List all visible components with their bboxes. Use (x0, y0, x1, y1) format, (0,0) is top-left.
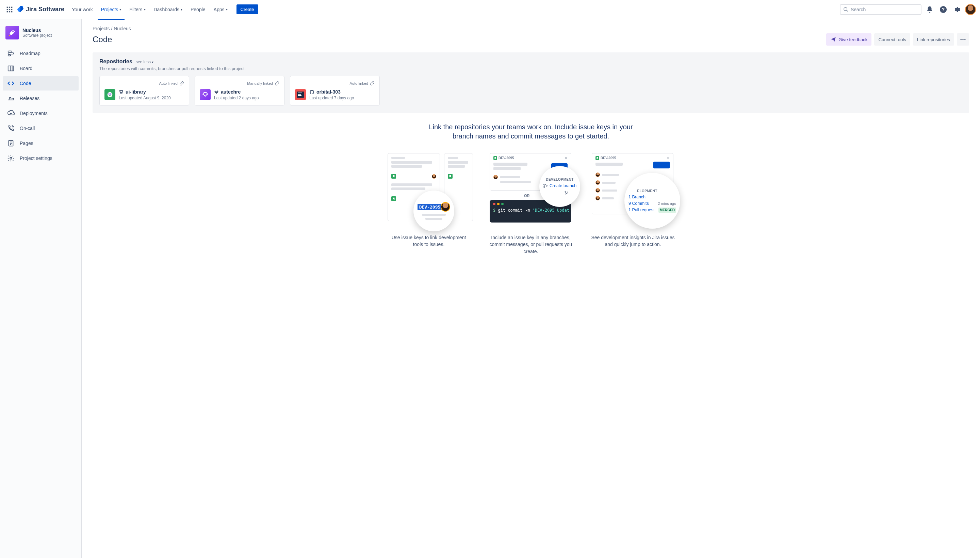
svg-point-9 (844, 8, 847, 11)
settings-icon[interactable] (951, 4, 962, 15)
repo-updated: Last updated 2 days ago (214, 95, 259, 100)
svg-rect-2 (11, 7, 12, 8)
project-subtitle: Software project (23, 33, 52, 38)
deployments-icon (7, 109, 15, 117)
illustration-issue-keys: DEV-2095 Use issue keys to link developm… (386, 151, 471, 255)
page-title: Code (92, 35, 112, 44)
sidebar-item-pages[interactable]: Pages (3, 136, 79, 150)
help-icon[interactable]: ? (938, 4, 949, 15)
link-type-label: Auto linked (159, 81, 177, 85)
nav-dashboards[interactable]: Dashboards▾ (150, 5, 186, 14)
svg-rect-0 (7, 7, 8, 8)
svg-rect-1 (9, 7, 10, 8)
link-icon (179, 81, 184, 86)
svg-point-34 (544, 186, 545, 187)
repo-avatar-icon (200, 89, 211, 100)
repositories-panel: Repositories see less ▾ The repositories… (92, 53, 969, 113)
project-name: Nucleus (23, 28, 52, 33)
create-button[interactable]: Create (236, 5, 258, 14)
more-actions-button[interactable] (957, 33, 969, 46)
repo-card[interactable]: Auto linked orbital-303 Last updated 7 d… (290, 76, 380, 105)
see-less-toggle[interactable]: see less ▾ (136, 59, 153, 64)
svg-rect-8 (11, 11, 12, 12)
sidebar-item-releases[interactable]: Releases (3, 91, 79, 105)
svg-line-10 (847, 10, 848, 11)
nav-apps[interactable]: Apps▾ (210, 5, 231, 14)
board-icon (7, 64, 15, 72)
jira-logo[interactable]: Jira Software (16, 5, 64, 14)
project-sidebar: Nucleus Software project Roadmap Board C… (0, 19, 82, 558)
sidebar-item-oncall[interactable]: On-call (3, 121, 79, 135)
link-icon (370, 81, 375, 86)
svg-rect-4 (9, 8, 10, 10)
repositories-description: The repositories with commits, branches … (99, 66, 962, 71)
illustration-dev-insights: DEV-2095 ⋯ ✕ ELOPMENT 1 Branch 9 Com (590, 151, 675, 255)
svg-point-26 (960, 39, 962, 40)
github-icon (309, 89, 314, 95)
svg-point-29 (108, 92, 113, 97)
bitbucket-icon (119, 89, 123, 94)
svg-rect-3 (7, 8, 8, 10)
project-icon (5, 26, 19, 39)
repo-avatar-icon (295, 89, 306, 100)
repo-updated: Last updated August 9, 2020 (119, 95, 171, 100)
nav-projects[interactable]: Projects▾ (98, 5, 125, 14)
nav-your-work[interactable]: Your work (68, 5, 96, 14)
svg-rect-16 (8, 53, 14, 54)
svg-point-30 (108, 93, 110, 95)
nav-people[interactable]: People (187, 5, 209, 14)
svg-point-33 (544, 184, 545, 185)
breadcrumb[interactable]: Projects / Nucleus (92, 26, 969, 31)
svg-point-13 (12, 31, 14, 32)
sidebar-item-deployments[interactable]: Deployments (3, 106, 79, 120)
svg-rect-7 (9, 11, 10, 12)
link-repositories-button[interactable]: Link repositories (913, 33, 954, 46)
oncall-icon (7, 124, 15, 132)
svg-rect-5 (11, 8, 12, 10)
repo-card[interactable]: Auto linked ui-library Last updated Augu… (99, 76, 189, 105)
main-content: Projects / Nucleus Code Give feedback Co… (82, 19, 980, 558)
svg-rect-6 (7, 11, 8, 12)
repo-avatar-icon (105, 89, 115, 100)
svg-point-31 (110, 93, 112, 95)
sidebar-item-board[interactable]: Board (3, 61, 79, 75)
code-icon (7, 79, 15, 87)
repositories-title: Repositories (99, 59, 132, 65)
roadmap-icon (7, 49, 15, 57)
repo-updated: Last updated 7 days ago (309, 95, 354, 100)
top-navbar: Jira Software Your work Projects▾ Filter… (0, 0, 980, 19)
hero-text: Link the repositories your teams work on… (425, 123, 636, 141)
link-icon (274, 81, 279, 86)
svg-rect-15 (8, 51, 12, 53)
gitlab-icon (214, 89, 219, 94)
svg-text:?: ? (942, 7, 945, 12)
sidebar-item-settings[interactable]: Project settings (3, 151, 79, 165)
profile-avatar[interactable] (965, 4, 976, 15)
search-placeholder: Search (851, 7, 866, 12)
releases-icon (7, 94, 15, 102)
svg-rect-18 (8, 66, 14, 71)
link-type-label: Auto linked (350, 81, 368, 85)
svg-point-32 (109, 95, 111, 96)
project-header[interactable]: Nucleus Software project (3, 26, 79, 46)
svg-point-28 (964, 39, 965, 40)
pages-icon (7, 139, 15, 147)
settings-sidebar-icon (7, 154, 15, 162)
app-switcher-icon[interactable] (4, 4, 15, 15)
link-type-label: Manually linked (247, 81, 273, 85)
connect-tools-button[interactable]: Connect tools (874, 33, 910, 46)
give-feedback-button[interactable]: Give feedback (826, 33, 872, 46)
search-input[interactable]: Search (840, 4, 921, 15)
logo-text: Jira Software (26, 6, 64, 13)
hero-section: Link the repositories your teams work on… (425, 123, 636, 141)
illustration-branch-commit: DEV-2095 ⋯ ✕ OR $ git commit -m "DEV-209… (488, 151, 573, 255)
illustrations-row: DEV-2095 Use issue keys to link developm… (92, 151, 969, 255)
notifications-icon[interactable] (924, 4, 935, 15)
sidebar-item-code[interactable]: Code (3, 76, 79, 90)
svg-rect-17 (8, 55, 11, 56)
svg-point-14 (9, 35, 10, 36)
repo-card[interactable]: Manually linked autechre Last updated 2 … (195, 76, 284, 105)
nav-filters[interactable]: Filters▾ (126, 5, 149, 14)
svg-point-25 (10, 157, 12, 159)
sidebar-item-roadmap[interactable]: Roadmap (3, 46, 79, 61)
